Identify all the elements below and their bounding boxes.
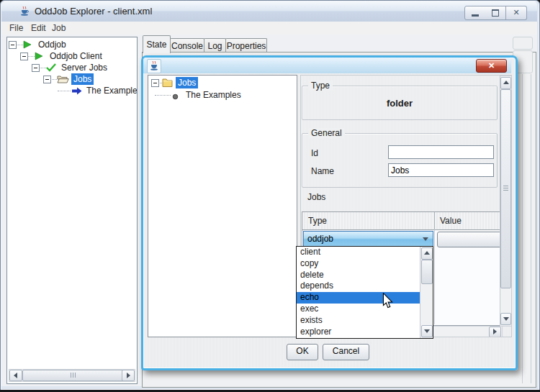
id-label: Id [311, 148, 318, 158]
dialog-tree-panel: Jobs The Examples [148, 75, 297, 337]
scroll-left-button[interactable] [9, 370, 22, 381]
column-header-type[interactable]: Type [308, 216, 327, 226]
scroll-thumb[interactable] [421, 260, 433, 284]
scroll-thumb[interactable] [500, 89, 511, 288]
dialog-tree-label-selected[interactable]: Jobs [176, 77, 198, 88]
arrow-right-icon [127, 373, 130, 378]
tree-label[interactable]: Oddjob Client [50, 50, 102, 62]
dropdown-item-delete[interactable]: delete [297, 270, 433, 281]
check-icon [46, 63, 56, 74]
job-properties-dialog: ✕ Jobs [141, 55, 518, 370]
maximize-button[interactable] [485, 6, 506, 20]
tab-log[interactable]: Log [204, 38, 226, 53]
arrow-up-icon [424, 251, 430, 255]
tree-row-server-jobs[interactable]: Server Jobs [7, 62, 137, 73]
id-field[interactable] [388, 145, 494, 159]
scroll-right-button[interactable] [489, 327, 501, 337]
dialog-close-button[interactable]: ✕ [476, 59, 507, 73]
dropdown-item-depends[interactable]: depends [297, 281, 433, 292]
menu-edit[interactable]: Edit [31, 22, 46, 34]
tree-row-oddjob-client[interactable]: Oddjob Client [7, 50, 137, 62]
arrow-left-icon [14, 373, 17, 378]
scroll-down-button[interactable] [500, 313, 511, 325]
dialog-tree-row-jobs[interactable]: Jobs [148, 77, 297, 88]
arrow-down-icon [503, 317, 509, 321]
folder-icon [162, 78, 173, 89]
arrow-right-icon [493, 329, 497, 334]
jobs-group-label: Jobs [307, 192, 325, 202]
table-header: Type Value [302, 212, 500, 230]
play-icon [23, 40, 32, 51]
arrow-down-icon [424, 329, 430, 333]
dot-icon [172, 92, 179, 102]
combobox-value: oddjob [307, 234, 333, 244]
tree-label[interactable]: Server Jobs [61, 62, 107, 73]
java-app-icon [19, 6, 30, 17]
tree-label-selected[interactable]: Jobs [71, 73, 94, 85]
general-group-label: General [308, 128, 345, 138]
scroll-down-button[interactable] [421, 325, 433, 337]
java-dialog-icon [147, 59, 161, 73]
type-combobox[interactable]: oddjob [303, 231, 433, 247]
general-group: General Id Name [302, 133, 498, 188]
ok-button[interactable]: OK [287, 344, 318, 360]
dropdown-item-copy[interactable]: copy [297, 258, 433, 270]
edit-button[interactable]: Edit [437, 232, 500, 247]
job-tree-panel: Oddjob Oddjob Client Server Jobs [6, 37, 138, 384]
tab-state[interactable]: State [143, 35, 171, 53]
screen: OddJob Explorer - client.xml ✕ File Edit… [0, 0, 540, 392]
tree-label[interactable]: The Examples [86, 85, 138, 96]
dialog-title-bar[interactable]: ✕ [143, 58, 511, 73]
dropdown-item-echo-selected[interactable]: echo [297, 292, 433, 304]
tree-row-jobs[interactable]: Jobs [7, 73, 137, 85]
column-header-value[interactable]: Value [440, 216, 462, 226]
type-group: Type folder [302, 86, 498, 120]
cancel-button[interactable]: Cancel [323, 344, 369, 360]
close-button[interactable]: ✕ [506, 6, 527, 20]
tab-properties[interactable]: Properties [225, 38, 267, 53]
title-bar[interactable]: OddJob Explorer - client.xml ✕ [1, 1, 537, 22]
dropdown-item-explorer[interactable]: explorer [297, 327, 433, 338]
type-value: folder [302, 98, 497, 109]
scroll-up-button[interactable] [421, 247, 433, 260]
arrow-up-icon [503, 81, 509, 84]
folder-open-icon [57, 75, 69, 86]
menu-job[interactable]: Job [52, 22, 66, 34]
play-icon [35, 52, 43, 63]
close-icon: ✕ [513, 8, 519, 17]
combo-arrow-icon [423, 237, 428, 241]
dropdown-scrollbar[interactable] [420, 247, 433, 338]
type-group-label: Type [308, 81, 333, 91]
type-dropdown-popup: client copy delete depends echo exec exi… [296, 246, 433, 339]
maximize-icon [492, 9, 499, 17]
scroll-right-button[interactable] [122, 370, 135, 381]
scroll-thumb[interactable] [22, 370, 125, 381]
minimize-icon [472, 14, 479, 17]
blue-arrow-icon [72, 87, 82, 97]
dropdown-item-exec[interactable]: exec [297, 304, 433, 315]
detail-vertical-scrollbar[interactable] [500, 76, 512, 327]
dialog-tree-row-the-examples[interactable]: The Examples [148, 89, 297, 101]
tree-horizontal-scrollbar[interactable] [9, 369, 135, 382]
dropdown-item-exists[interactable]: exists [297, 315, 433, 327]
menu-bar: File Edit Job [1, 22, 537, 35]
name-field[interactable] [388, 163, 494, 177]
scroll-up-button[interactable] [500, 77, 511, 89]
dropdown-item-client[interactable]: client [297, 247, 433, 258]
dialog-content: Jobs The Examples Type folder [143, 73, 511, 364]
dialog-tree-label[interactable]: The Examples [186, 89, 241, 101]
tree-label[interactable]: Oddjob [38, 39, 66, 50]
window-title: OddJob Explorer - client.xml [35, 1, 152, 22]
close-icon: ✕ [488, 61, 495, 70]
name-label: Name [311, 166, 334, 176]
minimize-button[interactable] [464, 6, 486, 20]
menu-file[interactable]: File [9, 22, 23, 34]
tree-row-oddjob[interactable]: Oddjob [7, 39, 137, 50]
mouse-cursor [382, 293, 393, 311]
tab-console[interactable]: Console [170, 38, 204, 53]
tree-row-the-examples[interactable]: The Examples [7, 85, 137, 96]
